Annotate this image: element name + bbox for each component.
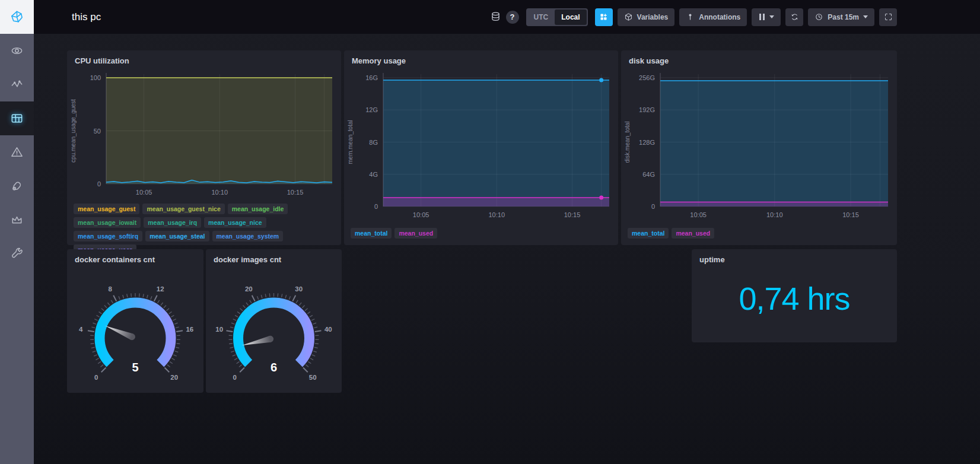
svg-text:50: 50: [94, 128, 101, 135]
dashboards-grid-icon: [10, 112, 24, 125]
annotation-pin-icon: [686, 12, 695, 21]
question-mark-icon: ?: [510, 12, 515, 21]
legend-item[interactable]: mean_usage_nice: [204, 217, 266, 228]
panel-docker-images-cnt: docker images cnt 010203040506: [206, 249, 342, 393]
legend-item[interactable]: mean_total: [351, 228, 392, 239]
svg-text:12G: 12G: [365, 106, 378, 113]
sidebar-item-kapacitor[interactable]: [0, 169, 34, 203]
legend-item[interactable]: mean_usage_steal: [145, 231, 209, 241]
svg-text:10:05: 10:05: [690, 211, 707, 218]
svg-text:10:05: 10:05: [413, 211, 429, 218]
svg-text:30: 30: [295, 285, 303, 293]
svg-text:0: 0: [233, 374, 237, 381]
time-range-label: Past 15m: [828, 13, 859, 21]
panel-title[interactable]: docker containers cnt: [67, 249, 203, 264]
autorefresh-pause-dropdown[interactable]: [752, 8, 781, 26]
svg-text:10:15: 10:15: [564, 211, 581, 218]
svg-text:10:05: 10:05: [136, 189, 152, 196]
refresh-button[interactable]: [785, 8, 803, 26]
legend-item[interactable]: mean_usage_system: [212, 231, 284, 241]
legend-item[interactable]: mean_used: [394, 228, 437, 239]
eye-icon: [10, 44, 24, 58]
svg-text:8: 8: [109, 285, 113, 293]
time-range-dropdown[interactable]: Past 15m: [808, 8, 874, 26]
svg-text:16G: 16G: [365, 74, 378, 81]
chronograf-logo[interactable]: [0, 0, 34, 34]
svg-text:20: 20: [170, 374, 178, 381]
page-title: this pc: [72, 11, 101, 23]
svg-text:0: 0: [651, 203, 655, 210]
panel-uptime: uptime 0,74 hrs: [692, 249, 897, 342]
svg-text:10:10: 10:10: [766, 211, 783, 218]
legend-item[interactable]: mean_total: [628, 228, 669, 239]
timezone-local-option[interactable]: Local: [555, 9, 586, 25]
timezone-utc-option[interactable]: UTC: [527, 9, 555, 25]
sidebar-item-host-list[interactable]: [0, 34, 34, 68]
svg-text:10:15: 10:15: [842, 211, 859, 218]
svg-text:20: 20: [245, 285, 253, 293]
uptime-suffix: hrs: [799, 281, 850, 316]
help-button[interactable]: ?: [506, 11, 519, 24]
panel-memory-usage: Memory usage 10:0510:1010:1516G12G8G4G0m…: [344, 50, 618, 245]
presentation-mode-button[interactable]: [879, 8, 897, 26]
svg-text:50: 50: [309, 374, 317, 381]
add-cell-button[interactable]: [595, 8, 613, 26]
docker-images-gauge[interactable]: 010203040506: [206, 266, 342, 390]
svg-text:10:15: 10:15: [287, 189, 304, 196]
chevron-down-icon: [863, 15, 868, 18]
svg-text:128G: 128G: [639, 139, 655, 146]
header-controls: ? UTC Local Variables: [490, 8, 897, 26]
kapacitor-icon: [10, 179, 24, 193]
fullscreen-icon: [884, 12, 893, 21]
panel-title[interactable]: disk usage: [621, 50, 897, 65]
refresh-icon: [790, 12, 799, 21]
legend-item[interactable]: mean_used: [672, 228, 714, 239]
chronograf-dashboard: this pc ? UTC Local: [0, 0, 980, 464]
svg-text:12: 12: [157, 285, 164, 293]
svg-text:256G: 256G: [639, 74, 655, 81]
svg-text:10:10: 10:10: [488, 211, 505, 218]
uptime-value: 0,74: [739, 281, 798, 316]
legend-item[interactable]: mean_usage_guest: [74, 204, 139, 214]
docker-containers-gauge[interactable]: 0481216205: [67, 266, 203, 390]
svg-text:192G: 192G: [639, 106, 655, 113]
cube-icon: [624, 12, 633, 21]
svg-text:mem.mean_total: mem.mean_total: [347, 120, 354, 164]
panel-title[interactable]: CPU utilization: [67, 50, 341, 65]
pulse-graph-icon: [10, 78, 24, 91]
legend-item[interactable]: mean_usage_guest_nice: [142, 204, 224, 214]
sidebar-item-admin[interactable]: [0, 203, 34, 237]
cpu-line-chart[interactable]: 10:0510:1010:15100500cpu.mean_usage_gues…: [67, 72, 341, 198]
legend-item[interactable]: mean_usage_iowait: [74, 217, 141, 228]
legend-item[interactable]: mean_usage_softirq: [74, 231, 142, 241]
svg-text:6: 6: [271, 361, 277, 374]
sidebar-item-dashboards[interactable]: [0, 101, 34, 135]
svg-text:4G: 4G: [369, 171, 378, 178]
disk-line-chart[interactable]: 10:0510:1010:15256G192G128G64G0disk.mean…: [621, 72, 897, 221]
sources-button[interactable]: [490, 11, 501, 23]
svg-text:8G: 8G: [369, 139, 378, 146]
uptime-single-stat: 0,74 hrs: [692, 280, 897, 317]
svg-text:10:10: 10:10: [211, 189, 228, 196]
sidebar-item-alerts[interactable]: [0, 135, 34, 169]
variables-button[interactable]: Variables: [618, 8, 675, 26]
panel-title[interactable]: Memory usage: [344, 50, 618, 65]
legend-item[interactable]: mean_usage_idle: [228, 204, 288, 214]
legend-item[interactable]: mean_usage_irq: [144, 217, 201, 228]
svg-text:64G: 64G: [642, 171, 655, 178]
memory-legend: mean_totalmean_used: [351, 228, 612, 239]
svg-text:4: 4: [79, 326, 83, 333]
panel-title[interactable]: docker images cnt: [206, 249, 342, 264]
svg-text:cpu.mean_usage_guest: cpu.mean_usage_guest: [70, 99, 77, 163]
memory-line-chart[interactable]: 10:0510:1010:1516G12G8G4G0mem.mean_total: [344, 72, 618, 221]
timezone-toggle: UTC Local: [526, 8, 588, 26]
clock-icon: [814, 12, 823, 21]
sidebar-item-configuration[interactable]: [0, 237, 34, 271]
variables-label: Variables: [637, 13, 669, 21]
panel-title[interactable]: uptime: [692, 249, 897, 264]
annotations-label: Annotations: [699, 13, 740, 21]
svg-text:5: 5: [132, 361, 138, 374]
annotations-button[interactable]: Annotations: [679, 8, 747, 26]
panel-disk-usage: disk usage 10:0510:1010:15256G192G128G64…: [621, 50, 897, 245]
sidebar-item-data-explorer[interactable]: [0, 68, 34, 101]
